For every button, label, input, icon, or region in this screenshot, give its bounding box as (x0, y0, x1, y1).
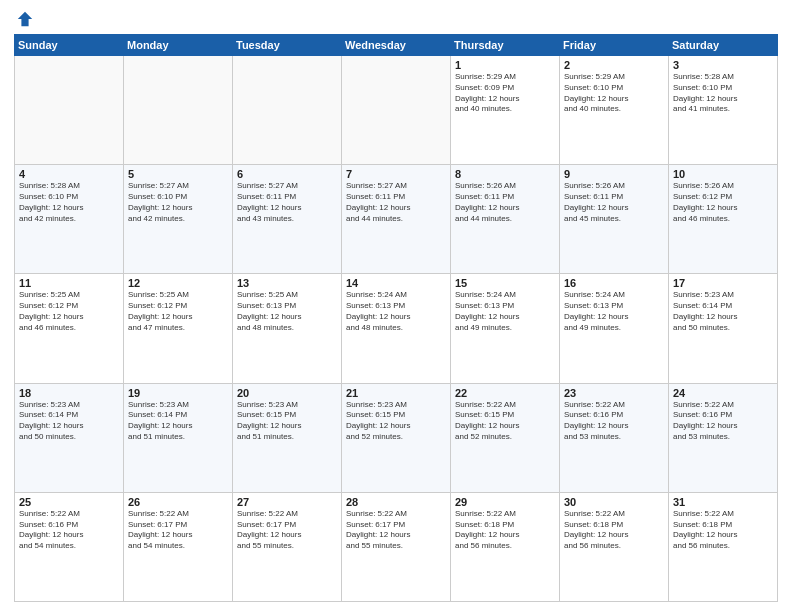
calendar-cell: 16Sunrise: 5:24 AM Sunset: 6:13 PM Dayli… (560, 274, 669, 383)
day-number: 26 (128, 496, 228, 508)
calendar-header-saturday: Saturday (669, 35, 778, 56)
day-number: 22 (455, 387, 555, 399)
day-info: Sunrise: 5:24 AM Sunset: 6:13 PM Dayligh… (455, 290, 555, 333)
calendar-week-row: 11Sunrise: 5:25 AM Sunset: 6:12 PM Dayli… (15, 274, 778, 383)
calendar-cell: 24Sunrise: 5:22 AM Sunset: 6:16 PM Dayli… (669, 383, 778, 492)
day-info: Sunrise: 5:28 AM Sunset: 6:10 PM Dayligh… (19, 181, 119, 224)
day-number: 17 (673, 277, 773, 289)
day-number: 30 (564, 496, 664, 508)
day-info: Sunrise: 5:26 AM Sunset: 6:12 PM Dayligh… (673, 181, 773, 224)
calendar-cell: 23Sunrise: 5:22 AM Sunset: 6:16 PM Dayli… (560, 383, 669, 492)
day-info: Sunrise: 5:24 AM Sunset: 6:13 PM Dayligh… (564, 290, 664, 333)
calendar-cell: 21Sunrise: 5:23 AM Sunset: 6:15 PM Dayli… (342, 383, 451, 492)
calendar-cell: 11Sunrise: 5:25 AM Sunset: 6:12 PM Dayli… (15, 274, 124, 383)
day-number: 31 (673, 496, 773, 508)
calendar-header-thursday: Thursday (451, 35, 560, 56)
day-info: Sunrise: 5:29 AM Sunset: 6:10 PM Dayligh… (564, 72, 664, 115)
logo-text (14, 10, 34, 28)
calendar-cell: 27Sunrise: 5:22 AM Sunset: 6:17 PM Dayli… (233, 492, 342, 601)
day-info: Sunrise: 5:22 AM Sunset: 6:18 PM Dayligh… (455, 509, 555, 552)
day-number: 16 (564, 277, 664, 289)
calendar-cell: 19Sunrise: 5:23 AM Sunset: 6:14 PM Dayli… (124, 383, 233, 492)
calendar-header-sunday: Sunday (15, 35, 124, 56)
day-info: Sunrise: 5:25 AM Sunset: 6:13 PM Dayligh… (237, 290, 337, 333)
day-info: Sunrise: 5:22 AM Sunset: 6:16 PM Dayligh… (19, 509, 119, 552)
calendar-week-row: 18Sunrise: 5:23 AM Sunset: 6:14 PM Dayli… (15, 383, 778, 492)
calendar-header-monday: Monday (124, 35, 233, 56)
day-number: 25 (19, 496, 119, 508)
day-info: Sunrise: 5:23 AM Sunset: 6:15 PM Dayligh… (237, 400, 337, 443)
calendar-cell: 22Sunrise: 5:22 AM Sunset: 6:15 PM Dayli… (451, 383, 560, 492)
calendar-cell: 29Sunrise: 5:22 AM Sunset: 6:18 PM Dayli… (451, 492, 560, 601)
day-number: 21 (346, 387, 446, 399)
day-number: 14 (346, 277, 446, 289)
calendar-cell: 3Sunrise: 5:28 AM Sunset: 6:10 PM Daylig… (669, 56, 778, 165)
day-number: 19 (128, 387, 228, 399)
day-number: 18 (19, 387, 119, 399)
calendar-cell: 31Sunrise: 5:22 AM Sunset: 6:18 PM Dayli… (669, 492, 778, 601)
day-number: 8 (455, 168, 555, 180)
calendar-cell: 9Sunrise: 5:26 AM Sunset: 6:11 PM Daylig… (560, 165, 669, 274)
calendar-cell: 10Sunrise: 5:26 AM Sunset: 6:12 PM Dayli… (669, 165, 778, 274)
day-info: Sunrise: 5:22 AM Sunset: 6:15 PM Dayligh… (455, 400, 555, 443)
logo (14, 10, 34, 28)
calendar-cell: 14Sunrise: 5:24 AM Sunset: 6:13 PM Dayli… (342, 274, 451, 383)
day-info: Sunrise: 5:22 AM Sunset: 6:17 PM Dayligh… (128, 509, 228, 552)
day-info: Sunrise: 5:24 AM Sunset: 6:13 PM Dayligh… (346, 290, 446, 333)
day-info: Sunrise: 5:27 AM Sunset: 6:11 PM Dayligh… (237, 181, 337, 224)
day-info: Sunrise: 5:22 AM Sunset: 6:17 PM Dayligh… (237, 509, 337, 552)
calendar-cell: 1Sunrise: 5:29 AM Sunset: 6:09 PM Daylig… (451, 56, 560, 165)
day-info: Sunrise: 5:23 AM Sunset: 6:14 PM Dayligh… (19, 400, 119, 443)
day-info: Sunrise: 5:26 AM Sunset: 6:11 PM Dayligh… (455, 181, 555, 224)
calendar-cell: 30Sunrise: 5:22 AM Sunset: 6:18 PM Dayli… (560, 492, 669, 601)
calendar-header-tuesday: Tuesday (233, 35, 342, 56)
day-number: 28 (346, 496, 446, 508)
calendar-cell: 20Sunrise: 5:23 AM Sunset: 6:15 PM Dayli… (233, 383, 342, 492)
day-info: Sunrise: 5:22 AM Sunset: 6:17 PM Dayligh… (346, 509, 446, 552)
day-info: Sunrise: 5:22 AM Sunset: 6:18 PM Dayligh… (564, 509, 664, 552)
day-info: Sunrise: 5:22 AM Sunset: 6:18 PM Dayligh… (673, 509, 773, 552)
day-number: 27 (237, 496, 337, 508)
day-number: 13 (237, 277, 337, 289)
day-number: 2 (564, 59, 664, 71)
calendar-week-row: 4Sunrise: 5:28 AM Sunset: 6:10 PM Daylig… (15, 165, 778, 274)
calendar-cell (15, 56, 124, 165)
calendar-cell: 7Sunrise: 5:27 AM Sunset: 6:11 PM Daylig… (342, 165, 451, 274)
day-number: 7 (346, 168, 446, 180)
day-info: Sunrise: 5:29 AM Sunset: 6:09 PM Dayligh… (455, 72, 555, 115)
calendar-header-row: SundayMondayTuesdayWednesdayThursdayFrid… (15, 35, 778, 56)
day-info: Sunrise: 5:28 AM Sunset: 6:10 PM Dayligh… (673, 72, 773, 115)
calendar-table: SundayMondayTuesdayWednesdayThursdayFrid… (14, 34, 778, 602)
calendar-cell: 17Sunrise: 5:23 AM Sunset: 6:14 PM Dayli… (669, 274, 778, 383)
day-number: 5 (128, 168, 228, 180)
calendar-cell (124, 56, 233, 165)
day-number: 15 (455, 277, 555, 289)
day-number: 6 (237, 168, 337, 180)
calendar-cell: 18Sunrise: 5:23 AM Sunset: 6:14 PM Dayli… (15, 383, 124, 492)
calendar-cell: 4Sunrise: 5:28 AM Sunset: 6:10 PM Daylig… (15, 165, 124, 274)
logo-icon (16, 10, 34, 28)
day-info: Sunrise: 5:25 AM Sunset: 6:12 PM Dayligh… (128, 290, 228, 333)
calendar-cell (233, 56, 342, 165)
day-number: 12 (128, 277, 228, 289)
day-number: 3 (673, 59, 773, 71)
calendar-cell: 25Sunrise: 5:22 AM Sunset: 6:16 PM Dayli… (15, 492, 124, 601)
calendar-cell: 12Sunrise: 5:25 AM Sunset: 6:12 PM Dayli… (124, 274, 233, 383)
page: SundayMondayTuesdayWednesdayThursdayFrid… (0, 0, 792, 612)
day-number: 9 (564, 168, 664, 180)
svg-marker-0 (18, 12, 32, 26)
day-info: Sunrise: 5:27 AM Sunset: 6:11 PM Dayligh… (346, 181, 446, 224)
day-number: 10 (673, 168, 773, 180)
day-number: 24 (673, 387, 773, 399)
calendar-header-friday: Friday (560, 35, 669, 56)
day-info: Sunrise: 5:25 AM Sunset: 6:12 PM Dayligh… (19, 290, 119, 333)
calendar-cell: 5Sunrise: 5:27 AM Sunset: 6:10 PM Daylig… (124, 165, 233, 274)
day-number: 4 (19, 168, 119, 180)
header (14, 10, 778, 28)
day-info: Sunrise: 5:27 AM Sunset: 6:10 PM Dayligh… (128, 181, 228, 224)
day-info: Sunrise: 5:23 AM Sunset: 6:14 PM Dayligh… (128, 400, 228, 443)
calendar-week-row: 25Sunrise: 5:22 AM Sunset: 6:16 PM Dayli… (15, 492, 778, 601)
day-info: Sunrise: 5:23 AM Sunset: 6:15 PM Dayligh… (346, 400, 446, 443)
day-number: 23 (564, 387, 664, 399)
calendar-cell: 6Sunrise: 5:27 AM Sunset: 6:11 PM Daylig… (233, 165, 342, 274)
